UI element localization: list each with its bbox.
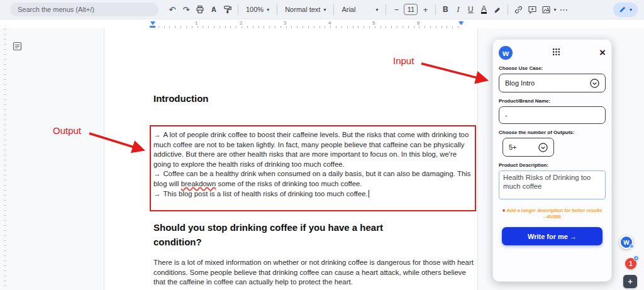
outputs-count-label: Choose the number of Outputs: — [499, 130, 606, 135]
product-description-label: Product Description: — [499, 162, 606, 168]
spellcheck-checkmark: ✓ — [211, 5, 216, 11]
warning-text: Add a longer description for better resu… — [507, 208, 602, 220]
vertical-ruler — [4, 29, 6, 290]
close-icon[interactable]: × — [599, 48, 606, 58]
spellcheck-icon[interactable]: A ✓ — [208, 3, 220, 16]
undo-icon[interactable]: ↶ — [166, 3, 179, 16]
highlight-color-icon[interactable] — [491, 3, 504, 16]
toolbar-divider — [386, 4, 386, 15]
notification-badge[interactable]: 1 + — [625, 258, 636, 269]
output-annotation-label: Output — [53, 125, 81, 136]
use-case-label: Choose Use Case: — [499, 65, 606, 71]
warning-dot-icon: ● — [502, 207, 505, 213]
insert-link-icon[interactable] — [512, 3, 525, 16]
redo-icon[interactable]: ↷ — [180, 3, 192, 16]
assistant-logo: w — [499, 46, 513, 60]
google-docs-app: ↶ ↷ A ✓ 100% ▾ Normal text ▾ Arial — [0, 0, 644, 290]
horizontal-ruler: 1 2 3 4 5 6 7 — [0, 19, 644, 28]
doc-paragraph: →A lot of people drink coffee to boost t… — [153, 130, 475, 169]
zoom-select[interactable]: 100% ▾ — [242, 3, 273, 16]
insert-image-icon[interactable] — [540, 3, 552, 16]
zoom-value: 100% — [246, 6, 264, 13]
paragraph-style-select[interactable]: Normal text ▾ — [281, 3, 330, 16]
chevron-down-icon: ▾ — [630, 7, 632, 13]
paragraph-text: some of the risks of drinking too much c… — [216, 180, 362, 187]
chevron-circle-icon — [590, 79, 599, 88]
product-description-textarea[interactable]: Health Risks of Drinking too much coffee — [499, 170, 606, 199]
use-case-select[interactable]: Blog Intro — [499, 74, 606, 92]
ruler-ticks — [153, 26, 464, 28]
writing-assistant-panel: w × Choose Use Case: Blog Intro Product/… — [492, 39, 612, 282]
decrease-font-size-button[interactable]: − — [390, 3, 402, 16]
input-annotation-label: Input — [393, 55, 414, 66]
chevron-down-icon[interactable]: ▾ — [553, 7, 556, 13]
doc-paragraph: There is a lot of mixed information on w… — [153, 258, 475, 287]
print-icon[interactable] — [194, 3, 206, 16]
ruler-mark: 5 — [372, 20, 375, 26]
floating-logo-letter: w — [623, 238, 629, 247]
text-color-button[interactable]: A — [477, 3, 490, 16]
apps-grid-icon[interactable] — [552, 47, 560, 59]
text-cursor — [369, 190, 369, 198]
panel-header: w × — [499, 46, 606, 60]
brand-name-input[interactable] — [499, 106, 606, 124]
right-indent-marker[interactable] — [458, 21, 464, 25]
misspelled-word: breakdown — [181, 180, 216, 187]
chevron-down-icon: ▾ — [267, 7, 269, 13]
write-for-me-button[interactable]: Write for me → — [502, 227, 602, 245]
font-select[interactable]: Arial ▾ — [338, 3, 382, 16]
doc-heading-introduction: Introduction — [153, 93, 208, 104]
underline-button[interactable]: U — [465, 3, 476, 16]
document-outline-button[interactable] — [13, 42, 22, 53]
more-options-button[interactable]: ⋯ — [557, 3, 570, 16]
chevron-down-icon: ▾ — [323, 7, 326, 13]
ruler-mark: 4 — [328, 20, 331, 26]
docs-toolbar: ↶ ↷ A ✓ 100% ▾ Normal text ▾ Arial — [0, 0, 644, 19]
italic-button[interactable]: I — [452, 3, 464, 16]
toolbar-divider — [435, 4, 436, 15]
ruler-mark: 1 — [195, 20, 197, 26]
paint-format-icon[interactable] — [221, 3, 234, 16]
toolbar-divider — [277, 4, 277, 15]
outputs-count-select[interactable]: 5+ — [502, 138, 554, 157]
bold-button[interactable]: B — [440, 3, 451, 16]
pencil-icon — [619, 6, 626, 13]
doc-paragraph: →This blog post is a list of health risk… — [153, 189, 475, 199]
font-size-input[interactable]: 11 — [404, 4, 418, 15]
toolbar-divider — [238, 4, 238, 15]
logo-badge-dot — [630, 244, 634, 248]
chevron-down-icon: ▾ — [375, 7, 378, 13]
plus-badge-icon: + — [633, 255, 639, 261]
text-color-letter: A — [481, 5, 487, 14]
search-menus-input[interactable] — [10, 3, 158, 16]
ruler-mark: 6 — [417, 20, 419, 26]
font-value: Arial — [341, 6, 355, 13]
style-value: Normal text — [285, 6, 320, 13]
toolbar-divider — [508, 4, 508, 15]
paragraph-text: A lot of people drink coffee to boost th… — [153, 131, 469, 168]
doc-paragraph: →Coffee can be a healthy drink when cons… — [153, 169, 475, 189]
add-comment-icon[interactable] — [526, 3, 538, 16]
doc-output-paragraphs: →A lot of people drink coffee to boost t… — [153, 130, 475, 199]
description-warning: ●Add a longer description for better res… — [499, 207, 606, 220]
notification-count: 1 — [629, 260, 633, 267]
doc-heading-heart-condition: Should you stop drinking coffee if you h… — [153, 220, 425, 249]
outputs-count-value: 5+ — [509, 143, 517, 151]
increase-font-size-button[interactable]: + — [419, 3, 431, 16]
editing-mode-button[interactable]: ▾ — [613, 3, 638, 17]
document-page[interactable]: Introduction →A lot of people drink coff… — [104, 28, 478, 290]
chevron-circle-icon — [538, 143, 548, 152]
arrow-bullet: → — [153, 170, 160, 177]
arrow-bullet: → — [153, 131, 160, 138]
left-indent-marker[interactable] — [150, 21, 155, 25]
left-margin-marker[interactable] — [150, 26, 155, 28]
plus-icon: + — [628, 277, 633, 286]
extension-shortcut-button[interactable]: + — [623, 275, 637, 288]
paragraph-text: This blog post is a list of health risks… — [163, 190, 367, 198]
use-case-value: Blog Intro — [505, 79, 535, 87]
brand-name-label: Product/Brand Name: — [499, 98, 606, 104]
arrow-bullet: → — [153, 190, 160, 198]
assistant-floating-logo[interactable]: w — [619, 235, 633, 249]
ruler-mark: 3 — [284, 20, 286, 26]
ruler-mark: 2 — [240, 20, 242, 26]
